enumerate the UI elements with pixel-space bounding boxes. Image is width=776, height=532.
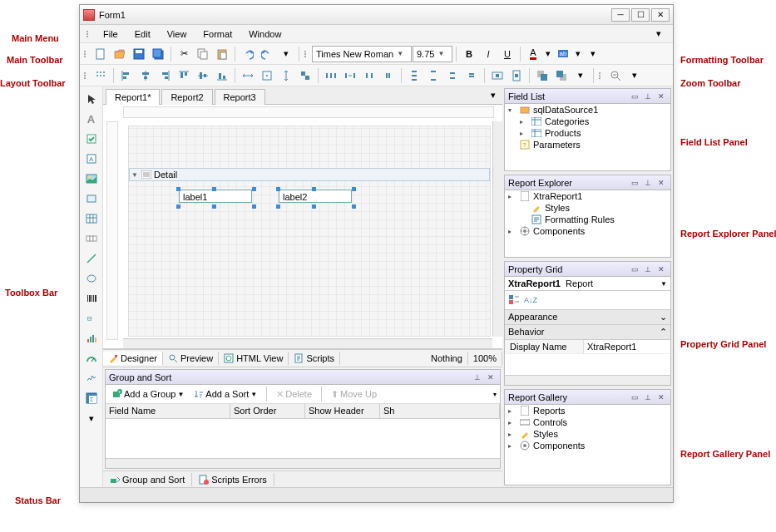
- vspace-remove-icon[interactable]: [462, 66, 481, 85]
- font-size-combo[interactable]: 9.75▼: [413, 46, 452, 62]
- chart-tool-icon[interactable]: [82, 329, 101, 347]
- col-show-header[interactable]: Show Header: [305, 404, 380, 418]
- explorer-styles[interactable]: Styles: [505, 202, 670, 214]
- align-bottom-icon[interactable]: [213, 66, 231, 85]
- add-group-button[interactable]: +Add a Group▼: [109, 388, 187, 400]
- barcode-tool-icon[interactable]: [82, 289, 101, 308]
- size-to-grid-icon[interactable]: [258, 66, 276, 85]
- pin-icon[interactable]: ⊥: [642, 177, 654, 189]
- pointer-tool-icon[interactable]: [82, 90, 101, 108]
- close-panel-icon[interactable]: ✕: [655, 177, 667, 189]
- maximize-button[interactable]: ☐: [631, 8, 650, 22]
- close-panel-icon[interactable]: ✕: [655, 264, 667, 275]
- undo-icon[interactable]: [239, 45, 257, 63]
- explorer-formatting-rules[interactable]: Formatting Rules: [505, 214, 670, 225]
- redo-icon[interactable]: [258, 45, 276, 63]
- menu-edit[interactable]: Edit: [128, 27, 157, 41]
- group-sort-grid-body[interactable]: [106, 419, 500, 458]
- checkbox-tool-icon[interactable]: [82, 130, 101, 148]
- bottom-tab-groupsort[interactable]: Group and Sort: [103, 473, 192, 486]
- align-right-icon[interactable]: [156, 66, 174, 85]
- same-height-icon[interactable]: [277, 66, 295, 85]
- open-icon[interactable]: [111, 45, 129, 63]
- gallery-reports[interactable]: ▸Reports: [505, 405, 670, 416]
- detail-band-header[interactable]: Detail: [129, 168, 490, 181]
- table-tool-icon[interactable]: [82, 209, 101, 228]
- align-grid-icon[interactable]: [91, 66, 110, 85]
- zoom-out-icon[interactable]: [606, 66, 625, 85]
- same-width-icon[interactable]: [239, 66, 257, 85]
- bring-front-icon[interactable]: [533, 66, 551, 85]
- hspace-inc-icon[interactable]: [341, 66, 359, 85]
- cut-icon[interactable]: ✂: [175, 45, 193, 63]
- explorer-components[interactable]: ▸Components: [505, 225, 670, 237]
- vspace-dec-icon[interactable]: [443, 66, 462, 85]
- shape-tool-icon[interactable]: [82, 269, 101, 288]
- copy-icon[interactable]: [194, 45, 212, 63]
- character-comb-tool-icon[interactable]: [82, 229, 101, 248]
- field-list-categories[interactable]: ▸Categories: [505, 116, 670, 127]
- window-pos-icon[interactable]: ▭: [629, 91, 640, 102]
- highlight-icon[interactable]: ab: [554, 45, 572, 63]
- picturebox-tool-icon[interactable]: [82, 170, 101, 188]
- vertical-scrollbar[interactable]: [492, 121, 502, 337]
- toolbar-overflow-icon[interactable]: ▾: [277, 45, 295, 63]
- categorized-icon[interactable]: [507, 293, 521, 308]
- paste-icon[interactable]: [213, 45, 231, 63]
- prop-cat-behavior[interactable]: Behavior⌃: [505, 325, 670, 340]
- prop-cat-appearance[interactable]: Appearance⌄: [505, 310, 670, 325]
- align-top-icon[interactable]: [175, 66, 193, 85]
- view-html[interactable]: HTML View: [219, 352, 289, 365]
- design-surface[interactable]: Detail label1 label2: [103, 105, 502, 349]
- bold-icon[interactable]: B: [460, 45, 478, 63]
- center-v-icon[interactable]: [507, 66, 526, 85]
- close-panel-icon[interactable]: ✕: [485, 372, 497, 383]
- underline-icon[interactable]: U: [498, 45, 517, 63]
- new-icon[interactable]: [91, 45, 110, 63]
- label1-control[interactable]: label1: [179, 190, 252, 203]
- col-sh[interactable]: Sh: [380, 404, 500, 418]
- menu-view[interactable]: View: [161, 27, 194, 41]
- tabs-dropdown-icon[interactable]: ▾: [484, 86, 502, 104]
- richtext-tool-icon[interactable]: A: [82, 150, 101, 168]
- zipcode-tool-icon[interactable]: ⊟: [82, 309, 101, 328]
- same-size-icon[interactable]: [296, 66, 314, 85]
- col-sort-order[interactable]: Sort Order: [230, 404, 305, 418]
- align-left-icon[interactable]: [117, 66, 136, 85]
- menu-window[interactable]: Window: [242, 27, 288, 41]
- report-canvas[interactable]: Detail label1 label2: [128, 126, 491, 337]
- object-dropdown-icon[interactable]: ▼: [660, 280, 667, 288]
- font-color-icon[interactable]: A: [524, 45, 542, 63]
- menu-overflow-icon[interactable]: ▾: [650, 25, 668, 43]
- font-color-dropdown-icon[interactable]: ▾: [543, 45, 553, 63]
- view-designer[interactable]: Designer: [103, 352, 163, 365]
- add-sort-button[interactable]: Add a Sort▼: [190, 388, 260, 400]
- italic-icon[interactable]: I: [479, 45, 497, 63]
- menu-format[interactable]: Format: [196, 27, 239, 41]
- toolbox-scroll-icon[interactable]: ▾: [82, 409, 101, 427]
- col-field-name[interactable]: Field Name: [106, 404, 230, 418]
- line-tool-icon[interactable]: [82, 249, 101, 268]
- window-pos-icon[interactable]: ▭: [629, 392, 640, 403]
- center-h-icon[interactable]: [488, 66, 507, 85]
- window-pos-icon[interactable]: ▭: [629, 264, 640, 275]
- explorer-root[interactable]: ▸XtraReport1: [505, 190, 670, 202]
- tab-report2[interactable]: Report2: [161, 89, 212, 105]
- hspace-remove-icon[interactable]: [379, 66, 398, 85]
- vspace-inc-icon[interactable]: [424, 66, 442, 85]
- tab-report1[interactable]: Report1*: [106, 89, 160, 105]
- save-all-icon[interactable]: [149, 45, 167, 63]
- pin-icon[interactable]: ⊥: [642, 264, 654, 275]
- formatting-overflow-icon[interactable]: ▾: [584, 45, 602, 63]
- highlight-dropdown-icon[interactable]: ▾: [573, 45, 583, 63]
- bottom-tab-scripts-errors[interactable]: Scripts Errors: [192, 473, 274, 486]
- zoom-level[interactable]: 100%: [468, 352, 502, 365]
- vspace-equal-icon[interactable]: [405, 66, 423, 85]
- close-button[interactable]: ✕: [651, 8, 670, 22]
- tab-report3[interactable]: Report3: [215, 89, 265, 105]
- view-preview[interactable]: Preview: [163, 352, 219, 365]
- gallery-styles[interactable]: ▸Styles: [505, 428, 670, 440]
- hspace-dec-icon[interactable]: [360, 66, 378, 85]
- group-sort-hscroll[interactable]: [106, 458, 500, 468]
- hspace-equal-icon[interactable]: [322, 66, 340, 85]
